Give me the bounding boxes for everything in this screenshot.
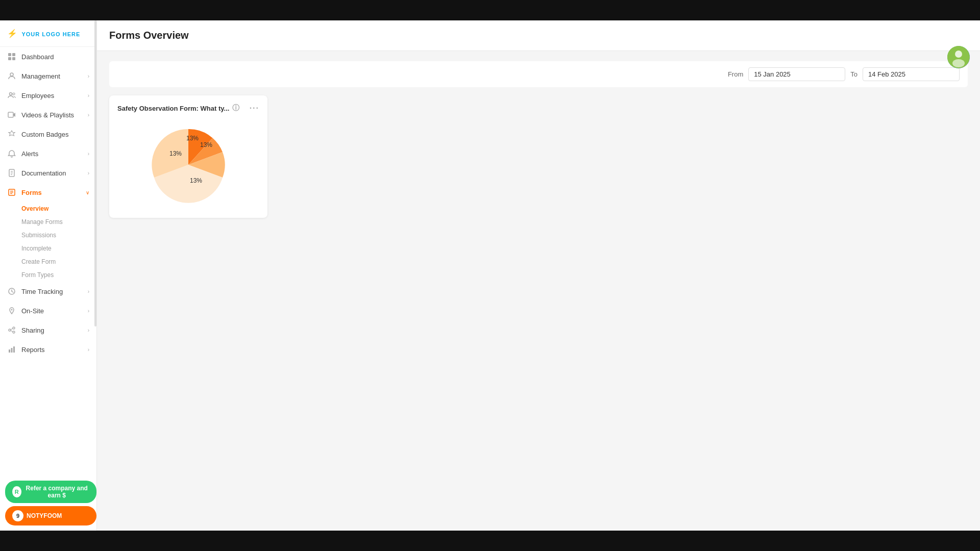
more-options-icon[interactable]: ··· [250,104,259,113]
pie-label-2: 13% [186,135,199,142]
subnav-manage-forms[interactable]: Manage Forms [21,215,96,229]
svg-point-20 [13,327,15,329]
forms-chevron-icon: ∨ [86,190,89,195]
svg-rect-7 [8,112,13,117]
sidebar: ⚡ YOUR LOGO HERE Dashboard [0,20,97,531]
sidebar-label-time-tracking: Time Tracking [21,288,83,295]
subnav-incomplete[interactable]: Incomplete [21,242,96,255]
svg-point-4 [10,73,13,76]
svg-point-21 [9,329,11,331]
pie-chart-wrapper: 13% 13% 13% 13% [117,120,259,210]
svg-point-19 [11,309,13,311]
sidebar-item-time-tracking[interactable]: Time Tracking › [0,282,96,301]
sidebar-label-management: Management [21,72,83,80]
notify-button[interactable]: 9 NOTYFOOM [5,506,96,525]
sidebar-item-reports[interactable]: Reports › [0,340,96,359]
top-black-bar [0,0,980,20]
date-filter-row: From To [109,61,968,87]
avatar-image [947,46,970,68]
sidebar-label-documentation: Documentation [21,169,83,177]
bottom-cta-area: R Refer a company and earn $ 9 NOTYFOOM [5,481,96,525]
bottom-black-bar [0,531,980,551]
sidebar-scrollbar-thumb [94,20,96,327]
pie-label-3: 13% [169,150,182,157]
to-label: To [850,70,857,78]
chart-title-text: Safety Observation Form: What ty... [117,105,229,112]
svg-rect-26 [11,348,13,353]
pie-label-4: 13% [190,177,202,184]
videos-chevron-icon: › [88,112,89,118]
content-body: From To Safety Observation Form: What ty… [97,51,980,531]
avatar[interactable] [947,46,970,68]
svg-rect-3 [12,57,15,60]
page-title: Forms Overview [109,30,968,41]
svg-rect-0 [8,53,11,56]
logo-area: ⚡ YOUR LOGO HERE [0,20,96,47]
sidebar-item-forms[interactable]: Forms ∨ [0,183,96,202]
subnav-overview[interactable]: Overview [21,202,96,215]
subnav-create-form[interactable]: Create Form [21,255,96,268]
sidebar-item-alerts[interactable]: Alerts › [0,144,96,163]
videos-icon [7,110,16,119]
svg-line-18 [12,291,13,292]
chart-card-header: Safety Observation Form: What ty... ⓘ ··… [117,104,259,113]
from-label: From [728,70,743,78]
content-header: Forms Overview [97,20,980,51]
notify-badge: 9 [12,510,23,521]
sidebar-item-sharing[interactable]: Sharing › [0,320,96,340]
employees-icon [7,91,16,100]
svg-point-22 [13,331,15,333]
management-chevron-icon: › [88,73,89,79]
sidebar-item-management[interactable]: Management › [0,66,96,86]
sidebar-item-employees[interactable]: Employees › [0,86,96,105]
refer-icon: R [12,486,21,497]
sidebar-label-videos: Videos & Playlists [21,111,83,119]
dashboard-icon [7,52,16,61]
logo-bolt-icon: ⚡ [7,29,17,38]
sidebar-label-dashboard: Dashboard [21,53,89,61]
sidebar-label-alerts: Alerts [21,150,83,158]
refer-label: Refer a company and earn $ [24,485,89,499]
svg-rect-27 [13,346,15,353]
management-icon [7,71,16,81]
pie-label-1: 13% [200,141,212,148]
forms-subnav: Overview Manage Forms Submissions Incomp… [0,202,96,282]
onsite-chevron-icon: › [88,308,89,314]
pie-chart: 13% 13% 13% 13% [148,124,229,206]
time-icon [7,287,16,296]
alerts-chevron-icon: › [88,151,89,157]
sidebar-scrollbar[interactable] [94,20,96,531]
sidebar-item-documentation[interactable]: Documentation › [0,163,96,183]
from-date-input[interactable] [748,67,845,81]
svg-point-30 [952,59,965,67]
alerts-icon [7,149,16,158]
to-date-input[interactable] [863,67,960,81]
info-icon[interactable]: ⓘ [232,104,239,113]
svg-rect-2 [8,57,11,60]
svg-point-6 [13,93,15,95]
documentation-chevron-icon: › [88,170,89,176]
content-area: Forms Overview From To Safety Observatio… [97,20,980,531]
sidebar-item-custom-badges[interactable]: Custom Badges [0,124,96,144]
chart-card: Safety Observation Form: What ty... ⓘ ··… [109,95,267,218]
sharing-icon [7,325,16,335]
logo-text: YOUR LOGO HERE [21,31,80,37]
sidebar-label-custom-badges: Custom Badges [21,131,89,138]
notify-label: NOTYFOOM [27,512,62,519]
subnav-form-types[interactable]: Form Types [21,268,96,282]
refer-button[interactable]: R Refer a company and earn $ [5,481,96,503]
svg-line-23 [11,329,13,330]
svg-point-29 [955,51,962,58]
reports-icon [7,345,16,354]
sidebar-item-dashboard[interactable]: Dashboard [0,47,96,66]
subnav-submissions[interactable]: Submissions [21,229,96,242]
sidebar-label-sharing: Sharing [21,327,83,334]
reports-chevron-icon: › [88,347,89,353]
sidebar-item-videos[interactable]: Videos & Playlists › [0,105,96,124]
sidebar-item-on-site[interactable]: On-Site › [0,301,96,320]
sidebar-label-on-site: On-Site [21,307,83,315]
svg-point-5 [10,93,12,95]
sidebar-label-employees: Employees [21,92,83,99]
time-tracking-chevron-icon: › [88,289,89,294]
forms-icon [7,188,16,197]
